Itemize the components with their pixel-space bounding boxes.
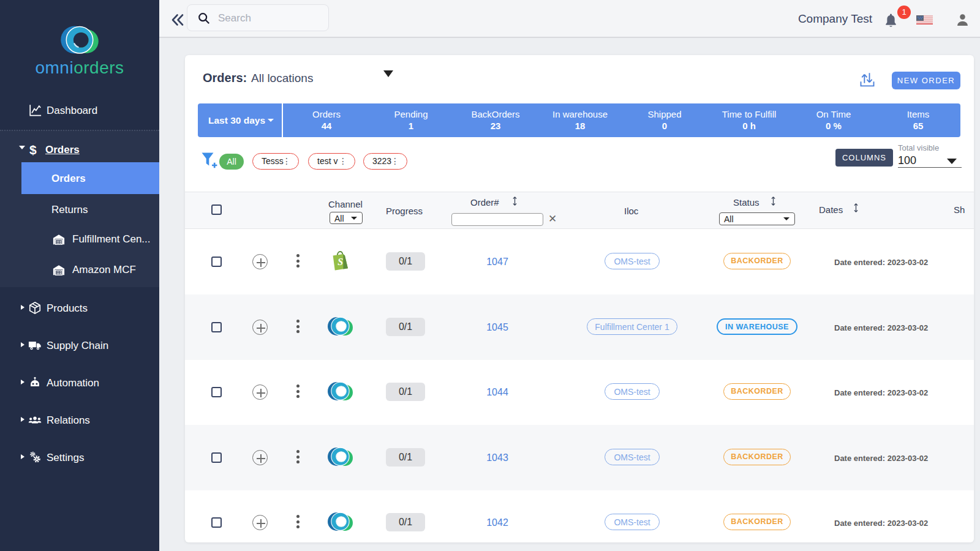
svg-text:S: S	[337, 257, 343, 267]
